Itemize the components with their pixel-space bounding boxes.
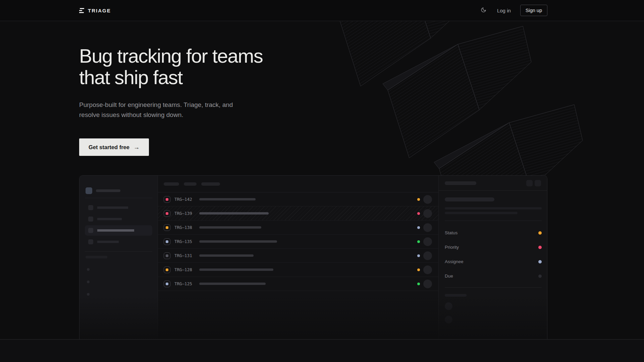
- detail-panel-body: StatusPriorityAssigneeDue: [439, 191, 547, 279]
- issue-row-meta: [417, 209, 432, 218]
- issue-title-placeholder: [445, 197, 494, 201]
- issue-id: TRG–131: [174, 253, 197, 258]
- signup-button[interactable]: Sign up: [520, 5, 547, 16]
- issue-row: TRG–138: [158, 221, 438, 235]
- status-dot: [417, 240, 420, 243]
- issue-title-placeholder: [199, 226, 261, 229]
- footer: [0, 339, 644, 362]
- login-link[interactable]: Log in: [497, 8, 511, 13]
- theme-toggle-button[interactable]: [479, 6, 488, 15]
- brand[interactable]: TRIAGE: [79, 8, 111, 13]
- issue-title-placeholder: [199, 268, 273, 271]
- panel-action-button-placeholder: [535, 180, 541, 186]
- detail-panel-header: [439, 176, 547, 191]
- detail-field-label: Priority: [445, 245, 459, 250]
- issue-type-dot: [166, 212, 168, 215]
- detail-field-value-dot: [538, 260, 542, 263]
- mockup-sidebar: [79, 176, 158, 339]
- activity-avatar-placeholder: [445, 316, 452, 323]
- sidebar-icon-placeholder: [88, 205, 93, 210]
- sidebar-item-active-placeholder: [85, 225, 152, 236]
- description-line-placeholder: [445, 207, 542, 209]
- sidebar-icon-placeholder: [88, 217, 93, 222]
- detail-field-value-dot: [538, 231, 542, 235]
- detail-field-row: Due: [445, 274, 542, 279]
- filter-tab-placeholder: [201, 182, 220, 186]
- issue-row: TRG–139: [158, 206, 438, 221]
- get-started-label: Get started free: [89, 144, 129, 150]
- issue-row: TRG–135: [158, 235, 438, 249]
- description-line-placeholder: [445, 212, 518, 214]
- sidebar-icon-placeholder: [88, 239, 93, 244]
- issue-row: TRG–142: [158, 192, 438, 206]
- issue-id: TRG–138: [174, 225, 197, 230]
- issue-id: TRG–125: [174, 281, 197, 286]
- issue-type-dot: [166, 283, 168, 285]
- issue-row: TRG–128: [158, 263, 438, 277]
- issue-list-header: [158, 176, 438, 192]
- issue-type-icon: [164, 196, 170, 203]
- assignee-avatar: [423, 265, 432, 274]
- hero-title-line1: Bug tracking for teams: [79, 45, 263, 67]
- assignee-avatar: [423, 237, 432, 246]
- sidebar-dot-placeholder: [87, 281, 90, 283]
- sidebar-dot-placeholder: [87, 268, 90, 271]
- issue-id: TRG–135: [174, 239, 197, 244]
- issue-type-icon: [164, 266, 170, 273]
- issue-type-icon: [164, 224, 170, 231]
- status-dot: [417, 212, 420, 215]
- sidebar-section-label-placeholder: [86, 256, 107, 258]
- sidebar-icon-placeholder: [88, 228, 93, 233]
- issue-row-meta: [417, 265, 432, 274]
- activity-avatar-placeholder: [445, 302, 452, 310]
- detail-field-value-dot: [538, 246, 542, 249]
- issue-row: TRG–125: [158, 277, 438, 291]
- moon-icon: [481, 7, 486, 14]
- issue-title-placeholder: [199, 212, 269, 215]
- issue-row: TRG–131: [158, 249, 438, 263]
- detail-field-label: Assignee: [445, 259, 464, 264]
- issue-type-dot: [166, 198, 168, 201]
- status-dot: [417, 283, 420, 285]
- issue-id: TRG–142: [174, 197, 197, 202]
- divider: [445, 221, 542, 221]
- issue-row-meta: [417, 280, 432, 288]
- filter-tab-placeholder: [164, 182, 179, 186]
- sidebar-item-placeholder: [85, 202, 152, 213]
- issue-row-meta: [417, 237, 432, 246]
- issue-type-dot: [166, 254, 168, 257]
- issue-row-meta: [417, 223, 432, 232]
- detail-panel-activity: [439, 279, 547, 323]
- status-dot: [417, 198, 420, 201]
- mockup-sidebar-nav: [85, 198, 152, 251]
- issue-row-meta: [417, 195, 432, 204]
- issue-title-placeholder: [199, 254, 254, 257]
- divider: [445, 287, 542, 288]
- workspace-logo-placeholder: [86, 187, 92, 194]
- status-dot: [417, 254, 420, 257]
- issue-type-icon: [164, 210, 170, 217]
- mockup-detail-panel: StatusPriorityAssigneeDue: [438, 176, 547, 339]
- top-nav: TRIAGE Log in Sign up: [0, 0, 644, 21]
- issue-title-placeholder: [199, 198, 256, 200]
- mockup-workspace-switcher: [85, 176, 152, 198]
- activity-label-placeholder: [445, 294, 467, 297]
- status-dot: [417, 226, 420, 229]
- assignee-avatar: [423, 195, 432, 204]
- status-dot: [417, 268, 420, 271]
- sidebar-dot-placeholder: [87, 293, 90, 296]
- brand-name: TRIAGE: [88, 8, 111, 13]
- assignee-avatar: [423, 251, 432, 260]
- issue-id: TRG–128: [174, 267, 197, 272]
- sidebar-item-placeholder: [85, 237, 152, 247]
- get-started-button[interactable]: Get started free →: [79, 138, 149, 156]
- arrow-right-icon: →: [133, 144, 140, 151]
- issue-title-placeholder: [199, 240, 277, 243]
- panel-action-button-placeholder: [526, 180, 533, 186]
- detail-field-value-dot: [538, 275, 542, 278]
- issue-row-meta: [417, 251, 432, 260]
- assignee-avatar: [423, 223, 432, 232]
- triage-logo-icon: [79, 8, 84, 13]
- hero-subtitle: Purpose-built for engineering teams. Tri…: [79, 100, 644, 120]
- detail-field-label: Due: [445, 274, 453, 279]
